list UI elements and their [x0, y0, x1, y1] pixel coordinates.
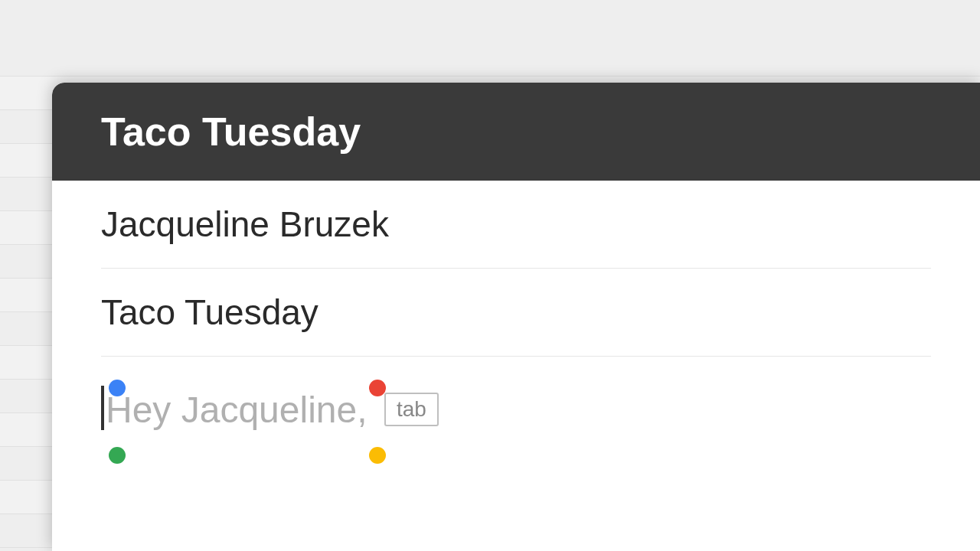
smart-compose-suggestion: Hey Jacqueline, [106, 389, 368, 431]
selection-dot-green-icon [109, 447, 126, 464]
text-cursor-icon [101, 386, 104, 430]
compose-window: Taco Tuesday Jacqueline Bruzek Taco Tues… [52, 83, 980, 551]
body-editor[interactable]: Hey Jacqueline, tab [101, 357, 931, 432]
recipient-value: Jacqueline Bruzek [101, 204, 389, 244]
selection-dot-yellow-icon [369, 447, 386, 464]
subject-value: Taco Tuesday [101, 292, 318, 332]
compose-body: Jacqueline Bruzek Taco Tuesday Hey Jacqu… [52, 181, 980, 432]
subject-field[interactable]: Taco Tuesday [101, 269, 931, 357]
bg-spacer [0, 0, 980, 43]
bg-row [0, 43, 980, 77]
compose-title-bar[interactable]: Taco Tuesday [52, 83, 980, 181]
compose-title: Taco Tuesday [101, 109, 361, 154]
recipient-field[interactable]: Jacqueline Bruzek [101, 181, 931, 269]
tab-hint-key[interactable]: tab [384, 393, 439, 426]
selection-dot-red-icon [369, 380, 386, 396]
